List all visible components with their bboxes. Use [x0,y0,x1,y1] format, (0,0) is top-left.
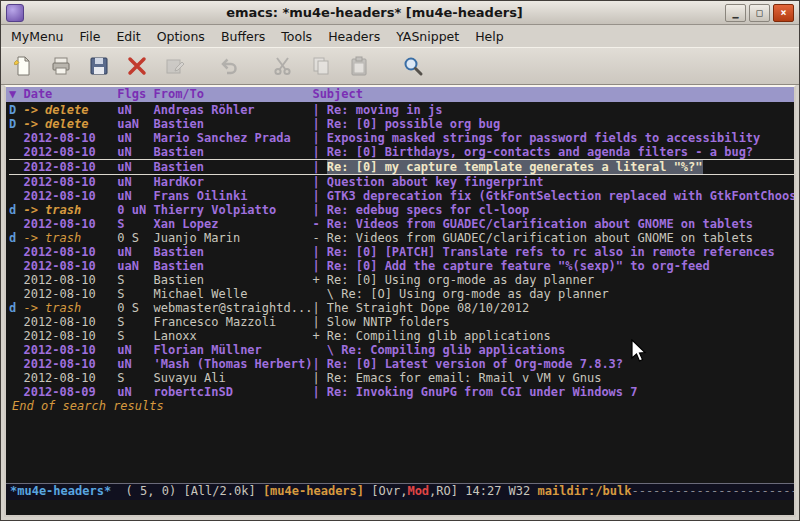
menu-item-options[interactable]: Options [157,29,205,44]
subject: | Re: [0] Add the capture feature "%(sex… [312,259,794,273]
message-row[interactable]: 2012-08-10uNMario Sanchez Prada| Exposin… [9,131,794,145]
subject-text: The Straight Dope 08/10/2012 [327,301,529,315]
modeline-segment: [All/2.0k] [183,484,255,500]
end-of-results: End of search results [9,399,794,413]
headers-column-row[interactable]: ▼ Date Flgs From/To Subject [6,87,794,102]
menu-item-yasnippet[interactable]: YASnippet [396,29,459,44]
message-row[interactable]: 2012-08-10uNFrans Oilinki| GTK3 deprecat… [9,189,794,203]
close-button[interactable]: × [773,4,794,22]
save-icon[interactable] [85,53,112,80]
date-or-action: 2012-08-10 [23,259,95,273]
thread-prefix: + [312,329,326,343]
title-bar[interactable]: emacs: *mu4e-headers* [mu4e-headers] ▁ □… [1,1,799,25]
maximize-button[interactable]: □ [749,4,770,22]
paste-icon[interactable] [345,53,372,80]
date-or-action: 2012-08-10 [23,217,95,231]
subject-text: Re: edebug specs for cl-loop [327,203,529,217]
message-row[interactable]: 2012-08-10uNHardKor| Question about key … [9,175,794,189]
buffer-frame: ▼ Date Flgs From/To Subject D-> deleteuN… [4,85,796,517]
date-or-action: 2012-08-10 [23,160,95,174]
thread-prefix: | [312,259,326,273]
print-icon[interactable] [47,53,74,80]
undo-icon[interactable] [215,53,242,80]
message-row[interactable]: 2012-08-10uNBastien| Re: [0] my capture … [9,159,794,175]
column-subject[interactable]: Subject [312,87,794,102]
subject: | Re: moving in js [312,103,794,117]
message-row[interactable]: D-> deleteuNAndreas Röhler| Re: moving i… [9,103,794,117]
message-row[interactable]: 2012-08-10SXan Lopez- Re: Videos from GU… [9,217,794,231]
subject: | Question about key fingerprint [312,175,794,189]
date-or-action: 2012-08-09 [23,385,95,399]
cut-icon[interactable] [269,53,296,80]
date-or-action: 2012-08-10 [23,245,95,259]
date-or-action: -> delete [23,117,95,131]
mark-char [9,189,16,203]
date-or-action: 2012-08-10 [23,343,95,357]
mark-char [9,145,16,159]
column-flags[interactable]: Flgs [117,87,153,102]
message-list: D-> deleteuNAndreas Röhler| Re: moving i… [6,102,794,483]
modeline-segment: [ [364,484,378,500]
from: webmaster@straightd... [153,301,312,315]
date-or-action: 2012-08-10 [23,329,95,343]
thread-prefix: | [312,245,326,259]
message-row[interactable]: 2012-08-10uNBastien| Re: [0] Birthdays, … [9,145,794,159]
modeline-segment: *mu4e-headers* [10,484,111,500]
modeline-segment: maildir:/bulk [538,484,632,500]
message-row[interactable]: 2012-08-09uNrobertcInSD| Re: Invoking Gn… [9,385,794,399]
message-row[interactable]: 2012-08-10SBastien+ Re: [0] Using org-mo… [9,273,794,287]
subject-text: Re: [0] Latest version of Org-mode 7.8.3… [327,357,623,371]
subject: \ Re: Compiling glib applications [312,343,794,357]
modeline-segment: 14:27 [458,484,509,500]
flags: uN [117,385,146,399]
close-buffer-icon[interactable] [123,53,150,80]
mark-char [9,160,16,174]
subject-text: Slow NNTP folders [327,315,450,329]
flags: 0 uN [117,203,146,217]
message-row[interactable]: 2012-08-10SFrancesco Mazzoli| Slow NNTP … [9,315,794,329]
subject-text: Re: [0] possible org bug [327,117,500,131]
flags: S [117,315,146,329]
message-row[interactable]: d-> trash0 uNThierry Volpiatto| Re: edeb… [9,203,794,217]
mark-char [9,131,16,145]
menu-item-mymenu[interactable]: MyMenu [11,29,64,44]
modeline-segment: , [400,484,407,500]
menu-item-edit[interactable]: Edit [116,29,140,44]
subject-text: Re: [0] Add the capture feature "%(sexp)… [327,259,710,273]
new-file-icon[interactable] [9,53,36,80]
message-row[interactable]: d-> trash0 Swebmaster@straightd...| The … [9,301,794,315]
message-row[interactable]: d-> trash0 SJuanjo Marin- Re: Videos fro… [9,231,794,245]
menu-item-tools[interactable]: Tools [281,29,312,44]
thread-prefix: | [312,160,326,174]
thread-prefix: | [312,189,326,203]
message-row[interactable]: 2012-08-10uNBastien| Re: [0] [PATCH] Tra… [9,245,794,259]
column-date[interactable]: ▼ Date [9,87,117,102]
subject: - Re: Videos from GUADEC/clarification a… [312,217,794,231]
message-row[interactable]: 2012-08-10uNFlorian Müllner \ Re: Compil… [9,343,794,357]
modeline-segment: ( 5, 0) [111,484,183,500]
message-row[interactable]: D-> deleteuaNBastien| Re: [0] possible o… [9,117,794,131]
message-row[interactable]: 2012-08-10SSuvayu Ali| Re: Emacs for ema… [9,371,794,385]
menu-item-file[interactable]: File [80,29,101,44]
menu-item-buffers[interactable]: Buffers [221,29,265,44]
thread-prefix: | [312,301,326,315]
column-from[interactable]: From/To [153,87,312,102]
subject-text: Re: Videos from GUADEC/clarification abo… [327,231,753,245]
save-as-icon[interactable] [161,53,188,80]
search-icon[interactable] [399,53,426,80]
message-row[interactable]: 2012-08-10SLanoxx+ Re: Compiling glib ap… [9,329,794,343]
message-row[interactable]: 2012-08-10uaNBastien| Re: [0] Add the ca… [9,259,794,273]
emacs-window: emacs: *mu4e-headers* [mu4e-headers] ▁ □… [0,0,800,521]
subject: \ Re: [O] Using org-mode as day planner [312,287,794,301]
copy-icon[interactable] [307,53,334,80]
date-or-action: 2012-08-10 [23,273,95,287]
minimize-button[interactable]: ▁ [725,4,746,22]
thread-prefix: - [312,217,326,231]
message-row[interactable]: 2012-08-10uN'Mash (Thomas Herbert)| Re: … [9,357,794,371]
menu-item-help[interactable]: Help [475,29,504,44]
message-row[interactable]: 2012-08-10SMichael Welle \ Re: [O] Using… [9,287,794,301]
mark-char [9,371,16,385]
menu-item-headers[interactable]: Headers [328,29,380,44]
from: Andreas Röhler [153,103,312,117]
mark-char: D [9,117,16,131]
